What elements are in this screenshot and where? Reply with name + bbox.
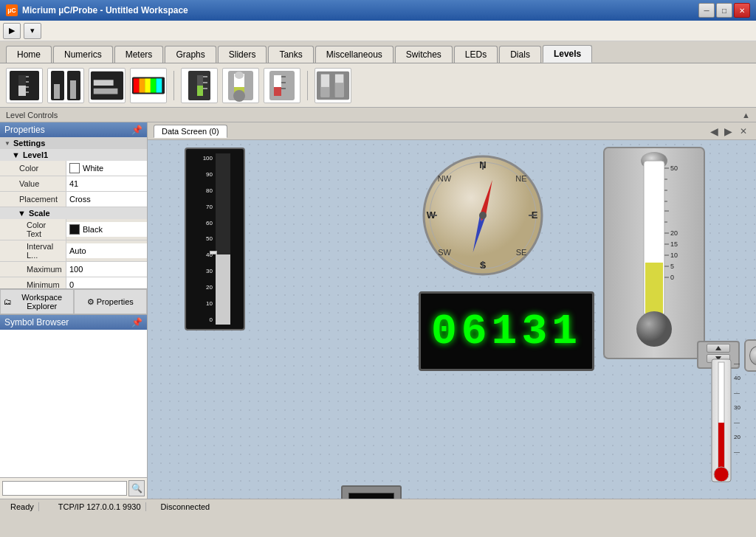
color-swatch-white [69, 163, 80, 173]
value-row: Value 41 [0, 176, 147, 192]
digital-display-instrument: 06131 [419, 291, 594, 371]
tab-leds[interactable]: LEDs [454, 46, 498, 63]
settings-expand-icon: ▼ [4, 140, 10, 147]
small-thermometer-instrument: — 40 — 30 — 20 — [710, 358, 731, 483]
scale-80: 80 [189, 187, 213, 194]
scale-30: 30 [189, 268, 213, 274]
scale-10: 10 [189, 300, 213, 307]
placement-text: Cross [69, 195, 91, 204]
workspace-explorer-label: Workspace Explorer [14, 293, 70, 311]
level-controls-collapse[interactable]: ▲ [742, 111, 750, 119]
app-icon: µC [6, 4, 18, 16]
thermometer-svg: 50 20 15 10 5 0 [602, 146, 706, 360]
svg-text:5: 5 [670, 263, 674, 270]
svg-rect-12 [94, 80, 114, 86]
color-text: White [83, 164, 103, 173]
value-text: 41 [69, 179, 78, 188]
black-square-instrument[interactable] [341, 485, 402, 499]
minimum-value[interactable]: 0 [66, 277, 147, 288]
tab-switches[interactable]: Switches [395, 46, 453, 63]
small-thermo-svg: — 40 — 30 — 20 — [710, 358, 755, 483]
scale-0: 0 [189, 316, 213, 323]
widget-horizontal-bar[interactable] [89, 68, 126, 103]
placement-value[interactable]: Cross [66, 192, 147, 207]
widget-thin-bar[interactable] [181, 68, 218, 103]
bar-gauge-handle[interactable] [210, 251, 217, 254]
color-text-value[interactable]: Black [66, 222, 147, 237]
dropdown-button[interactable]: ▾ [24, 23, 41, 39]
settings-header[interactable]: ▼ Settings [0, 137, 147, 149]
window-title: Micrium µC/Probe - Untitled Workspace [22, 5, 188, 15]
interval-row: Interval L... Auto [0, 240, 147, 262]
maximize-button[interactable]: □ [716, 3, 732, 18]
close-button[interactable]: ✕ [734, 3, 750, 18]
play-button[interactable]: ▶ [3, 23, 21, 39]
canvas-area[interactable]: 100 90 80 70 60 50 40 30 20 10 0 [148, 140, 756, 499]
interval-value[interactable]: Auto [66, 243, 147, 258]
value-value[interactable]: 41 [66, 176, 147, 191]
widget-level-big[interactable] [222, 68, 259, 103]
svg-rect-39 [321, 86, 330, 96]
data-screen-tab-bar: Data Screen (0) ◀ ▶ ✕ [148, 122, 756, 140]
workspace-explorer-button[interactable]: 🗂 Workspace Explorer [0, 289, 74, 314]
svg-rect-16 [140, 78, 145, 92]
tab-sliders[interactable]: Sliders [218, 46, 267, 63]
svg-text:—: — [734, 448, 740, 455]
widget-double-level[interactable] [315, 68, 351, 103]
level-controls-label: Level Controls [6, 111, 58, 119]
widget-vertical-bar[interactable] [6, 68, 43, 103]
level-controls-bar: Level Controls ▲ [0, 108, 756, 122]
toolbar-sep-2 [307, 71, 308, 100]
settings-label: Settings [13, 139, 45, 148]
statusbar: Ready TCP/IP 127.0.0.1 9930 Disconnected [0, 499, 756, 513]
bar-gauge-fill [216, 254, 230, 325]
data-screen-tab[interactable]: Data Screen (0) [154, 125, 227, 138]
close-screen-button[interactable]: ✕ [737, 126, 750, 136]
svg-rect-33 [274, 87, 281, 96]
svg-text:10: 10 [670, 252, 678, 259]
bar-gauge-track[interactable] [216, 153, 230, 325]
svg-rect-10 [70, 80, 76, 99]
prev-screen-button[interactable]: ◀ [709, 125, 720, 137]
properties-button[interactable]: ⚙ Properties [74, 289, 148, 314]
svg-text:SE: SE [516, 248, 527, 257]
properties-pin[interactable]: 📌 [131, 125, 142, 135]
tab-home[interactable]: Home [6, 46, 52, 63]
menubar: ▶ ▾ [0, 21, 756, 41]
tab-meters[interactable]: Meters [114, 46, 164, 63]
properties-icon: ⚙ [87, 297, 94, 307]
search-button[interactable]: 🔍 [128, 480, 145, 496]
tab-tanks[interactable]: Tanks [268, 46, 313, 63]
svg-text:SW: SW [438, 248, 451, 257]
search-input[interactable] [2, 481, 127, 496]
tab-numerics[interactable]: Numerics [53, 46, 113, 63]
svg-text:0: 0 [670, 274, 674, 281]
svg-text:20: 20 [670, 229, 678, 237]
maximum-value[interactable]: 100 [66, 262, 147, 277]
counter-up-button[interactable] [707, 344, 730, 353]
svg-point-58 [479, 212, 487, 219]
svg-rect-9 [54, 84, 60, 99]
level1-header[interactable]: ▼ Level1 [0, 149, 147, 161]
widget-compact-level[interactable] [264, 68, 300, 103]
widget-small-bar[interactable] [47, 68, 84, 103]
black-square-inner [348, 493, 394, 499]
next-screen-button[interactable]: ▶ [723, 125, 734, 137]
settings-section: ▼ Settings ▼ Level1 Color White [0, 137, 147, 288]
tab-levels[interactable]: Levels [543, 45, 592, 63]
tab-dials[interactable]: Dials [499, 46, 541, 63]
scale-header[interactable]: ▼ Scale [0, 207, 147, 219]
tab-miscellaneous[interactable]: Miscellaneous [315, 46, 394, 63]
color-row: Color White [0, 161, 147, 176]
color-value[interactable]: White [66, 161, 147, 176]
compass-instrument: N S E W NE NW SE SW [421, 153, 545, 277]
svg-rect-62 [645, 263, 663, 316]
value-label: Value [0, 176, 66, 191]
minimum-label: Minimum [0, 277, 66, 288]
symbol-browser-pin[interactable]: 📌 [131, 317, 142, 328]
tab-graphs[interactable]: Graphs [165, 46, 216, 63]
svg-text:15: 15 [670, 240, 678, 248]
placement-label: Placement [0, 192, 66, 207]
widget-color-bar[interactable] [130, 68, 167, 103]
minimize-button[interactable]: ─ [698, 3, 715, 18]
